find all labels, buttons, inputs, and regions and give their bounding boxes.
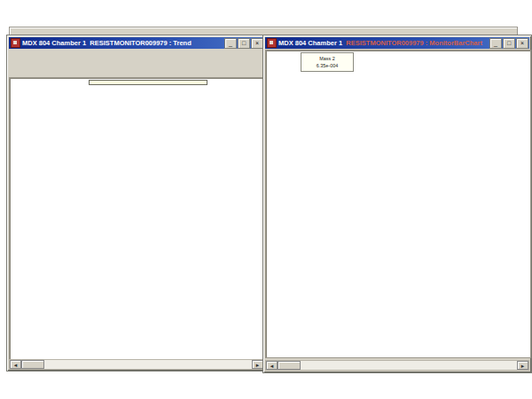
minimize-button[interactable]: _ xyxy=(224,38,237,49)
trend-legend-header xyxy=(9,49,264,78)
barchart-window: MDX 804 Chamber 1 RESISTMONITOR009979 : … xyxy=(262,35,532,373)
title-suffix: RESISTMONITOR009979 : MonitorBarChart xyxy=(346,39,482,47)
trend-chart-area[interactable] xyxy=(9,77,266,361)
trend-window: MDX 804 Chamber 1 RESISTMONITOR009979 : … xyxy=(6,35,267,372)
barchart-titlebar[interactable]: MDX 804 Chamber 1 RESISTMONITOR009979 : … xyxy=(265,37,529,49)
scroll-track[interactable] xyxy=(301,361,517,370)
title-prefix: MDX 804 Chamber 1 xyxy=(278,39,342,47)
mass-label-value: 6.35e-004 xyxy=(304,62,350,69)
title-prefix: MDX 804 Chamber 1 xyxy=(22,39,86,47)
selected-mass-label: Mass 2 6.35e-004 xyxy=(301,52,354,72)
maximize-button[interactable]: □ xyxy=(238,38,250,49)
trend-h-scrollbar[interactable]: ◄ ► xyxy=(9,359,264,370)
cursor-tooltip xyxy=(89,80,207,85)
scroll-left-button[interactable]: ◄ xyxy=(10,360,21,369)
barchart-window-title: MDX 804 Chamber 1 RESISTMONITOR009979 : … xyxy=(278,38,489,49)
barchart-area[interactable]: Mass 2 6.35e-004 xyxy=(265,50,531,358)
trend-titlebar[interactable]: MDX 804 Chamber 1 RESISTMONITOR009979 : … xyxy=(9,37,264,49)
scroll-track[interactable] xyxy=(44,360,252,369)
bar-chart-svg[interactable] xyxy=(266,51,530,357)
mass-label-name: Mass 2 xyxy=(304,55,350,62)
close-button[interactable]: × xyxy=(251,38,263,49)
maximize-button[interactable]: □ xyxy=(503,38,515,49)
scroll-thumb[interactable] xyxy=(21,360,44,369)
title-suffix: RESISTMONITOR009979 : Trend xyxy=(90,39,191,47)
app-icon xyxy=(11,38,20,48)
scroll-right-button[interactable]: ► xyxy=(517,361,528,370)
barchart-h-scrollbar[interactable]: ◄ ► xyxy=(265,360,529,371)
close-button[interactable]: × xyxy=(516,38,528,49)
minimize-button[interactable]: _ xyxy=(489,38,502,49)
trend-chart-svg[interactable] xyxy=(10,78,265,360)
app-icon xyxy=(267,38,277,48)
trend-window-title: MDX 804 Chamber 1 RESISTMONITOR009979 : … xyxy=(22,38,224,49)
scroll-thumb[interactable] xyxy=(278,361,301,370)
scroll-left-button[interactable]: ◄ xyxy=(266,361,278,370)
